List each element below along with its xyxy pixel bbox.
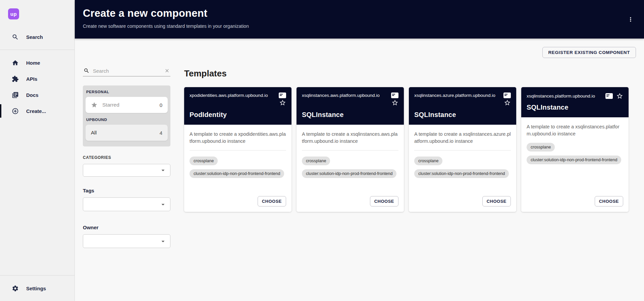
choose-button[interactable]: CHOOSE [258, 196, 286, 206]
filter-column: PERSONAL Starred 0 UPBOUND All 4 [83, 66, 170, 248]
sidebar-item-home[interactable]: Home [0, 55, 74, 71]
template-card-body: A template to create a xpodidentities.aw… [184, 125, 291, 212]
template-card-body: A template to create a xsqlinstances.azu… [409, 125, 516, 212]
template-card-body: A template to create a xsqlinstances.pla… [521, 117, 629, 212]
template-name: xpodidentities.aws.platform.upbound.io [190, 93, 268, 99]
home-icon [12, 59, 19, 66]
sidebar-item-label: Create... [26, 108, 46, 114]
filter-search-input[interactable] [93, 68, 161, 74]
logo-wrap: up [0, 0, 74, 19]
add-circle-icon [12, 108, 19, 115]
template-type-icon [605, 93, 613, 99]
register-existing-component-button[interactable]: REGISTER EXISTING COMPONENT [542, 47, 636, 58]
template-tag[interactable]: crossplane [302, 157, 330, 165]
template-title: SQLInstance [302, 111, 398, 119]
template-title: SQLInstance [527, 104, 623, 111]
star-outline-icon[interactable] [504, 99, 511, 106]
templates-heading: Templates [184, 68, 629, 79]
star-outline-icon[interactable] [279, 99, 286, 106]
sidebar-item-label: Home [26, 60, 40, 66]
kebab-icon [627, 16, 634, 23]
sidebar-item-docs[interactable]: Docs [0, 87, 74, 103]
filter-all[interactable]: All 4 [86, 125, 168, 141]
card-divider [414, 150, 511, 150]
template-type-icon [503, 93, 511, 98]
owner-select[interactable] [83, 234, 170, 248]
card-divider [302, 150, 398, 150]
upbound-logo[interactable]: up [8, 8, 19, 19]
star-outline-icon[interactable] [616, 93, 623, 100]
template-name: xsqlinstances.azure.platform.upbound.io [414, 93, 495, 99]
upbound-label: UPBOUND [86, 118, 168, 122]
gear-icon [12, 285, 19, 292]
template-tag[interactable]: cluster:solution-idp-non-prod-frontend-f… [527, 156, 621, 164]
template-type-icon [279, 93, 286, 98]
card-divider [190, 150, 286, 150]
templates-section: Templates xpodidentities.aws.platform.up… [184, 66, 629, 248]
template-card: xsqlinstances.azure.platform.upbound.io … [409, 87, 516, 212]
sidebar-item-create[interactable]: Create... [0, 103, 74, 119]
template-card-header: xsqlinstances.aws.platform.upbound.io SQ… [297, 87, 404, 125]
sidebar-item-apis[interactable]: APIs [0, 71, 74, 87]
chevron-down-icon [159, 167, 167, 174]
star-icon [91, 102, 98, 108]
template-description: A template to create a xpodidentities.aw… [190, 131, 286, 145]
main-area: Create a new component Create new softwa… [75, 0, 644, 301]
sidebar-item-label: Settings [26, 286, 46, 291]
header-menu-button[interactable] [626, 13, 635, 25]
page-subtitle: Create new software components using sta… [83, 23, 635, 29]
sidebar-item-label: Search [26, 34, 43, 40]
template-name: xsqlinstances.aws.platform.upbound.io [302, 93, 380, 99]
categories-filter-group: CATEGORIES [83, 155, 170, 177]
template-cards: xpodidentities.aws.platform.upbound.io P… [184, 87, 629, 212]
filter-starred-count: 0 [160, 102, 162, 108]
template-card-header: xsqlinstances.azure.platform.upbound.io … [409, 87, 516, 125]
register-row: REGISTER EXISTING COMPONENT [83, 39, 644, 58]
template-tag[interactable]: crossplane [414, 157, 442, 165]
template-tag[interactable]: cluster:solution-idp-non-prod-frontend-f… [302, 169, 396, 178]
app-root: up Search Home APIs Docs Create... Setti… [0, 0, 644, 301]
template-card: xsqlinstances.aws.platform.upbound.io SQ… [297, 87, 404, 212]
template-title: PodIdentity [190, 111, 286, 119]
tags-filter-group: Tags [83, 188, 170, 211]
owner-label: Owner [83, 225, 170, 230]
star-outline-icon[interactable] [391, 99, 398, 106]
template-name: xsqlinstances.platform.upbound.io [527, 93, 595, 99]
template-card-header: xpodidentities.aws.platform.upbound.io P… [184, 87, 291, 125]
sidebar-item-label: APIs [26, 76, 37, 82]
ownership-filter-panel: PERSONAL Starred 0 UPBOUND All 4 [83, 85, 170, 146]
filter-starred[interactable]: Starred 0 [86, 97, 168, 113]
template-title: SQLInstance [414, 111, 511, 119]
tags-select[interactable] [83, 197, 170, 211]
sidebar-divider-bottom [0, 275, 74, 276]
clear-search-icon[interactable] [164, 68, 170, 73]
template-card-body: A template to create a xsqlinstances.aws… [297, 125, 404, 212]
page-title: Create a new component [83, 7, 635, 19]
template-description: A template to create a xsqlinstances.aws… [302, 131, 398, 145]
categories-select[interactable] [83, 164, 170, 177]
choose-button[interactable]: CHOOSE [595, 196, 623, 206]
owner-filter-group: Owner [83, 225, 170, 248]
template-card: xsqlinstances.platform.upbound.io SQLIns… [521, 87, 629, 212]
sidebar: up Search Home APIs Docs Create... Setti… [0, 0, 75, 301]
template-description: A template to create a xsqlinstances.pla… [527, 123, 623, 137]
sidebar-item-settings[interactable]: Settings [0, 280, 74, 296]
choose-button[interactable]: CHOOSE [370, 196, 398, 206]
content-row: PERSONAL Starred 0 UPBOUND All 4 [83, 66, 644, 248]
content: REGISTER EXISTING COMPONENT PERSONAL S [75, 39, 644, 301]
search-icon [12, 34, 19, 41]
sidebar-item-label: Docs [26, 92, 39, 98]
docs-icon [12, 92, 19, 99]
choose-button[interactable]: CHOOSE [482, 196, 511, 206]
chevron-down-icon [159, 238, 167, 245]
sidebar-item-search[interactable]: Search [0, 29, 74, 45]
template-description: A template to create a xsqlinstances.azu… [414, 131, 511, 145]
template-tag[interactable]: crossplane [527, 143, 555, 152]
template-tag[interactable]: cluster:solution-idp-non-prod-frontend-f… [414, 169, 509, 178]
template-card: xpodidentities.aws.platform.upbound.io P… [184, 87, 291, 212]
template-tag[interactable]: cluster:solution-idp-non-prod-frontend-f… [190, 169, 284, 178]
template-card-header: xsqlinstances.platform.upbound.io SQLIns… [521, 87, 629, 117]
template-tag[interactable]: crossplane [190, 157, 218, 165]
tags-label: Tags [83, 188, 170, 193]
filter-starred-label: Starred [102, 102, 119, 108]
